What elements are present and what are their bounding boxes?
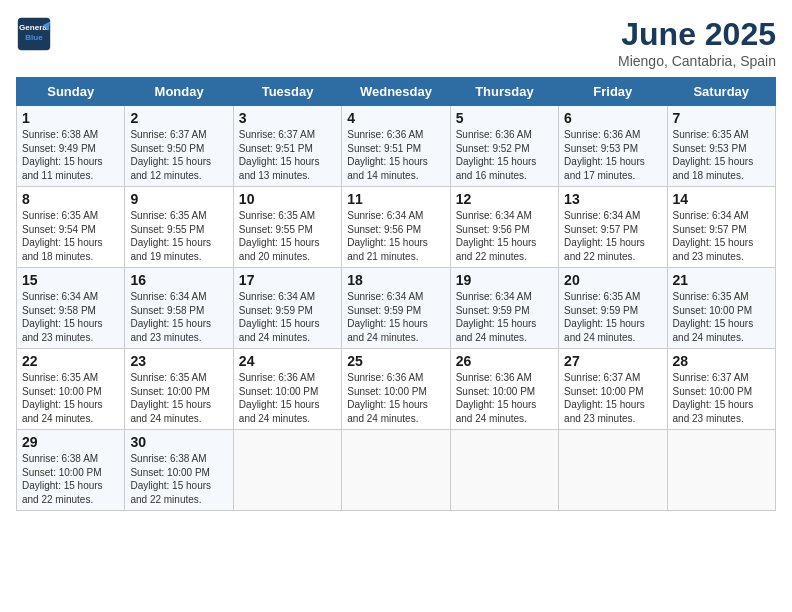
- calendar-cell: 23Sunrise: 6:35 AM Sunset: 10:00 PM Dayl…: [125, 349, 233, 430]
- calendar-cell: 6Sunrise: 6:36 AM Sunset: 9:53 PM Daylig…: [559, 106, 667, 187]
- calendar-cell: [342, 430, 450, 511]
- calendar-cell: 27Sunrise: 6:37 AM Sunset: 10:00 PM Dayl…: [559, 349, 667, 430]
- calendar-cell: 26Sunrise: 6:36 AM Sunset: 10:00 PM Dayl…: [450, 349, 558, 430]
- day-number: 8: [22, 191, 119, 207]
- column-header-wednesday: Wednesday: [342, 78, 450, 106]
- day-number: 12: [456, 191, 553, 207]
- calendar-table: SundayMondayTuesdayWednesdayThursdayFrid…: [16, 77, 776, 511]
- day-info: Sunrise: 6:38 AM Sunset: 9:49 PM Dayligh…: [22, 128, 119, 182]
- calendar-cell: [667, 430, 775, 511]
- calendar-cell: 11Sunrise: 6:34 AM Sunset: 9:56 PM Dayli…: [342, 187, 450, 268]
- calendar-cell: 3Sunrise: 6:37 AM Sunset: 9:51 PM Daylig…: [233, 106, 341, 187]
- day-info: Sunrise: 6:37 AM Sunset: 10:00 PM Daylig…: [564, 371, 661, 425]
- calendar-week-row: 29Sunrise: 6:38 AM Sunset: 10:00 PM Dayl…: [17, 430, 776, 511]
- calendar-cell: [559, 430, 667, 511]
- day-number: 3: [239, 110, 336, 126]
- calendar-cell: 21Sunrise: 6:35 AM Sunset: 10:00 PM Dayl…: [667, 268, 775, 349]
- day-number: 22: [22, 353, 119, 369]
- day-number: 9: [130, 191, 227, 207]
- logo: General Blue: [16, 16, 52, 52]
- day-number: 7: [673, 110, 770, 126]
- day-number: 6: [564, 110, 661, 126]
- calendar-cell: 7Sunrise: 6:35 AM Sunset: 9:53 PM Daylig…: [667, 106, 775, 187]
- calendar-cell: 14Sunrise: 6:34 AM Sunset: 9:57 PM Dayli…: [667, 187, 775, 268]
- day-number: 16: [130, 272, 227, 288]
- day-info: Sunrise: 6:37 AM Sunset: 9:51 PM Dayligh…: [239, 128, 336, 182]
- calendar-cell: 15Sunrise: 6:34 AM Sunset: 9:58 PM Dayli…: [17, 268, 125, 349]
- logo-icon: General Blue: [16, 16, 52, 52]
- day-info: Sunrise: 6:35 AM Sunset: 9:55 PM Dayligh…: [130, 209, 227, 263]
- day-number: 23: [130, 353, 227, 369]
- day-number: 10: [239, 191, 336, 207]
- column-header-monday: Monday: [125, 78, 233, 106]
- day-info: Sunrise: 6:35 AM Sunset: 9:54 PM Dayligh…: [22, 209, 119, 263]
- day-info: Sunrise: 6:37 AM Sunset: 10:00 PM Daylig…: [673, 371, 770, 425]
- calendar-subtitle: Miengo, Cantabria, Spain: [618, 53, 776, 69]
- column-header-friday: Friday: [559, 78, 667, 106]
- svg-text:Blue: Blue: [25, 33, 43, 42]
- day-number: 21: [673, 272, 770, 288]
- day-info: Sunrise: 6:35 AM Sunset: 10:00 PM Daylig…: [22, 371, 119, 425]
- day-info: Sunrise: 6:34 AM Sunset: 9:57 PM Dayligh…: [564, 209, 661, 263]
- day-number: 19: [456, 272, 553, 288]
- day-info: Sunrise: 6:34 AM Sunset: 9:56 PM Dayligh…: [347, 209, 444, 263]
- day-info: Sunrise: 6:35 AM Sunset: 9:53 PM Dayligh…: [673, 128, 770, 182]
- day-number: 24: [239, 353, 336, 369]
- calendar-title: June 2025: [618, 16, 776, 53]
- column-header-saturday: Saturday: [667, 78, 775, 106]
- day-number: 26: [456, 353, 553, 369]
- calendar-cell: 16Sunrise: 6:34 AM Sunset: 9:58 PM Dayli…: [125, 268, 233, 349]
- calendar-cell: 25Sunrise: 6:36 AM Sunset: 10:00 PM Dayl…: [342, 349, 450, 430]
- day-number: 14: [673, 191, 770, 207]
- calendar-cell: 22Sunrise: 6:35 AM Sunset: 10:00 PM Dayl…: [17, 349, 125, 430]
- calendar-cell: 30Sunrise: 6:38 AM Sunset: 10:00 PM Dayl…: [125, 430, 233, 511]
- day-number: 20: [564, 272, 661, 288]
- column-header-thursday: Thursday: [450, 78, 558, 106]
- day-info: Sunrise: 6:36 AM Sunset: 10:00 PM Daylig…: [239, 371, 336, 425]
- column-header-sunday: Sunday: [17, 78, 125, 106]
- calendar-cell: 17Sunrise: 6:34 AM Sunset: 9:59 PM Dayli…: [233, 268, 341, 349]
- calendar-cell: 9Sunrise: 6:35 AM Sunset: 9:55 PM Daylig…: [125, 187, 233, 268]
- column-header-tuesday: Tuesday: [233, 78, 341, 106]
- day-info: Sunrise: 6:35 AM Sunset: 9:55 PM Dayligh…: [239, 209, 336, 263]
- calendar-cell: 19Sunrise: 6:34 AM Sunset: 9:59 PM Dayli…: [450, 268, 558, 349]
- day-info: Sunrise: 6:36 AM Sunset: 10:00 PM Daylig…: [456, 371, 553, 425]
- day-info: Sunrise: 6:35 AM Sunset: 9:59 PM Dayligh…: [564, 290, 661, 344]
- day-number: 4: [347, 110, 444, 126]
- day-info: Sunrise: 6:38 AM Sunset: 10:00 PM Daylig…: [22, 452, 119, 506]
- calendar-cell: 24Sunrise: 6:36 AM Sunset: 10:00 PM Dayl…: [233, 349, 341, 430]
- day-info: Sunrise: 6:34 AM Sunset: 9:56 PM Dayligh…: [456, 209, 553, 263]
- calendar-cell: 12Sunrise: 6:34 AM Sunset: 9:56 PM Dayli…: [450, 187, 558, 268]
- title-area: June 2025 Miengo, Cantabria, Spain: [618, 16, 776, 69]
- day-info: Sunrise: 6:34 AM Sunset: 9:57 PM Dayligh…: [673, 209, 770, 263]
- day-number: 5: [456, 110, 553, 126]
- calendar-cell: 29Sunrise: 6:38 AM Sunset: 10:00 PM Dayl…: [17, 430, 125, 511]
- day-number: 11: [347, 191, 444, 207]
- calendar-week-row: 22Sunrise: 6:35 AM Sunset: 10:00 PM Dayl…: [17, 349, 776, 430]
- calendar-header-row: SundayMondayTuesdayWednesdayThursdayFrid…: [17, 78, 776, 106]
- day-info: Sunrise: 6:36 AM Sunset: 9:51 PM Dayligh…: [347, 128, 444, 182]
- calendar-cell: 5Sunrise: 6:36 AM Sunset: 9:52 PM Daylig…: [450, 106, 558, 187]
- day-info: Sunrise: 6:35 AM Sunset: 10:00 PM Daylig…: [130, 371, 227, 425]
- calendar-week-row: 15Sunrise: 6:34 AM Sunset: 9:58 PM Dayli…: [17, 268, 776, 349]
- day-number: 28: [673, 353, 770, 369]
- day-info: Sunrise: 6:34 AM Sunset: 9:58 PM Dayligh…: [130, 290, 227, 344]
- day-number: 25: [347, 353, 444, 369]
- day-number: 29: [22, 434, 119, 450]
- day-number: 30: [130, 434, 227, 450]
- calendar-cell: 18Sunrise: 6:34 AM Sunset: 9:59 PM Dayli…: [342, 268, 450, 349]
- header: General Blue June 2025 Miengo, Cantabria…: [16, 16, 776, 69]
- calendar-cell: [233, 430, 341, 511]
- calendar-cell: 8Sunrise: 6:35 AM Sunset: 9:54 PM Daylig…: [17, 187, 125, 268]
- calendar-week-row: 1Sunrise: 6:38 AM Sunset: 9:49 PM Daylig…: [17, 106, 776, 187]
- day-info: Sunrise: 6:36 AM Sunset: 9:53 PM Dayligh…: [564, 128, 661, 182]
- day-number: 2: [130, 110, 227, 126]
- calendar-week-row: 8Sunrise: 6:35 AM Sunset: 9:54 PM Daylig…: [17, 187, 776, 268]
- calendar-cell: [450, 430, 558, 511]
- calendar-cell: 20Sunrise: 6:35 AM Sunset: 9:59 PM Dayli…: [559, 268, 667, 349]
- calendar-cell: 4Sunrise: 6:36 AM Sunset: 9:51 PM Daylig…: [342, 106, 450, 187]
- calendar-cell: 2Sunrise: 6:37 AM Sunset: 9:50 PM Daylig…: [125, 106, 233, 187]
- day-number: 1: [22, 110, 119, 126]
- day-info: Sunrise: 6:38 AM Sunset: 10:00 PM Daylig…: [130, 452, 227, 506]
- day-info: Sunrise: 6:37 AM Sunset: 9:50 PM Dayligh…: [130, 128, 227, 182]
